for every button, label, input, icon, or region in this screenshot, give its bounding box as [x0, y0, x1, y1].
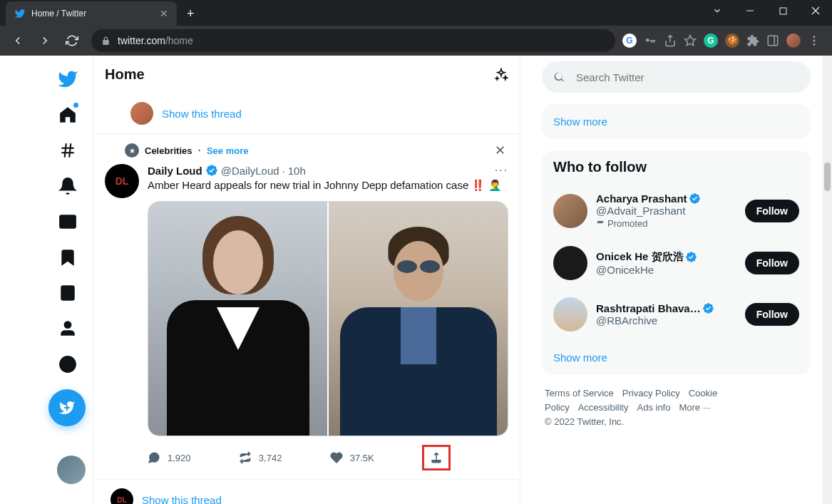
retweet-button[interactable]: 3,742: [239, 445, 282, 470]
svg-line-12: [65, 143, 66, 158]
svg-point-22: [71, 364, 72, 365]
retweet-icon: [239, 451, 252, 464]
follow-avatar: [553, 194, 587, 228]
timeline-header: Home: [93, 56, 520, 93]
back-button[interactable]: [6, 29, 30, 53]
close-window-button[interactable]: [799, 0, 832, 21]
svg-rect-1: [780, 8, 786, 14]
browser-chrome: Home / Twitter ✕ + twitter.com/home G G …: [0, 0, 832, 56]
follow-avatar: [553, 246, 587, 280]
search-input[interactable]: [576, 71, 799, 83]
follow-suggestion[interactable]: Rashtrapati Bhava… @RBArchive Follow: [542, 289, 811, 340]
maximize-button[interactable]: [766, 0, 799, 21]
key-icon[interactable]: [644, 34, 657, 47]
retweet-count: 3,742: [259, 453, 282, 463]
follow-button[interactable]: Follow: [745, 303, 799, 326]
panel-icon[interactable]: [766, 34, 779, 47]
show-thread-link[interactable]: Show this thread: [142, 494, 222, 505]
left-navigation: [0, 56, 93, 504]
follow-suggestion[interactable]: Onicek He 贺欣浩 @OnicekHe Follow: [542, 237, 811, 289]
verified-badge-icon: [205, 164, 218, 177]
url-text: twitter.com/home: [118, 35, 193, 46]
tweet-handle[interactable]: @DailyLoud: [221, 165, 279, 177]
twitter-logo[interactable]: [50, 61, 86, 97]
profile-avatar-icon[interactable]: [786, 34, 801, 48]
extension-icons: G G 🍪: [622, 34, 826, 48]
nav-more[interactable]: [50, 346, 86, 382]
svg-marker-4: [685, 36, 696, 46]
nav-home[interactable]: [50, 97, 86, 133]
footer-link[interactable]: More ···: [679, 402, 710, 413]
follow-name: Rashtrapati Bhava…: [596, 302, 701, 314]
window-dropdown[interactable]: [701, 0, 734, 21]
compose-tweet-button[interactable]: [48, 389, 86, 426]
tweet-author-avatar[interactable]: DL: [105, 164, 139, 198]
follow-handle: @Advait_Prashant: [596, 205, 736, 217]
follow-suggestion[interactable]: Acharya Prashant @Advait_Prashant Promot…: [542, 184, 811, 237]
scrollbar[interactable]: [823, 56, 832, 504]
media-image-left: [148, 202, 327, 436]
url-bar[interactable]: twitter.com/home: [91, 29, 615, 52]
follow-handle: @RBArchive: [596, 314, 736, 326]
follow-info: Rashtrapati Bhava… @RBArchive: [596, 302, 736, 326]
follow-button[interactable]: Follow: [745, 252, 799, 274]
nav-bookmarks[interactable]: [50, 240, 86, 275]
star-icon[interactable]: [684, 34, 697, 47]
grammarly-icon[interactable]: G: [704, 34, 718, 48]
tweet-author-name[interactable]: Daily Loud: [148, 165, 202, 177]
wtf-show-more-link[interactable]: Show more: [542, 340, 811, 375]
trends-show-more-link[interactable]: Show more: [542, 104, 811, 139]
nav-notifications[interactable]: [50, 168, 86, 204]
minimize-button[interactable]: [734, 0, 766, 21]
sidebar-profile-avatar[interactable]: [57, 456, 86, 484]
google-icon[interactable]: G: [622, 34, 637, 48]
menu-icon[interactable]: [808, 34, 821, 47]
twitter-app: Home Show this thread ★ Celebrities · Se…: [0, 56, 832, 504]
follow-info: Acharya Prashant @Advait_Prashant Promot…: [596, 192, 736, 229]
nav-messages[interactable]: [50, 204, 86, 240]
footer-link[interactable]: Ads info: [637, 402, 670, 413]
nav-explore[interactable]: [50, 133, 86, 168]
share-button[interactable]: [422, 445, 451, 470]
tweet[interactable]: DL Daily Loud @DailyLoud · 10h ··· Amber…: [93, 161, 520, 480]
tweet-media[interactable]: [148, 201, 508, 436]
footer-link[interactable]: Terms of Service: [545, 388, 614, 398]
next-thread-row[interactable]: DL Show this thread: [93, 480, 520, 504]
page-title: Home: [105, 66, 145, 83]
extension-cookie-icon[interactable]: 🍪: [725, 34, 739, 48]
footer-link[interactable]: Privacy Policy: [622, 388, 680, 398]
reply-button[interactable]: 1,920: [148, 445, 191, 470]
show-thread-link[interactable]: Show this thread: [162, 108, 242, 120]
promoted-label: Promoted: [596, 218, 736, 229]
verified-badge-icon: [702, 302, 714, 314]
forward-button[interactable]: [33, 29, 57, 53]
browser-tab[interactable]: Home / Twitter ✕: [6, 1, 177, 26]
previous-thread-row[interactable]: Show this thread: [93, 93, 520, 134]
topic-see-more-link[interactable]: See more: [207, 145, 249, 156]
reload-button[interactable]: [60, 29, 84, 53]
like-button[interactable]: 37.5K: [330, 445, 374, 470]
nav-profile[interactable]: [50, 311, 86, 346]
new-tab-button[interactable]: +: [187, 6, 195, 26]
share-icon[interactable]: [664, 34, 677, 47]
follow-name: Acharya Prashant: [596, 192, 687, 205]
tweet-more-icon[interactable]: ···: [495, 164, 508, 177]
svg-point-20: [63, 364, 65, 365]
extensions-icon[interactable]: [746, 34, 759, 47]
tweet-actions: 1,920 3,742 37.5K: [148, 445, 451, 470]
follow-button[interactable]: Follow: [745, 200, 799, 222]
search-box[interactable]: [542, 61, 811, 93]
topic-close-icon[interactable]: ✕: [495, 143, 505, 158]
thread-avatar: [130, 102, 153, 125]
footer-copyright: © 2022 Twitter, Inc.: [545, 415, 808, 429]
svg-point-7: [813, 36, 816, 38]
tweet-text: Amber Heard appeals for new trial in Joh…: [148, 178, 508, 192]
tweet-header: Daily Loud @DailyLoud · 10h ···: [148, 164, 508, 177]
main-timeline: Home Show this thread ★ Celebrities · Se…: [93, 56, 520, 504]
nav-lists[interactable]: [50, 275, 86, 311]
tab-close-icon[interactable]: ✕: [160, 8, 168, 19]
footer-link[interactable]: Accessibility: [578, 402, 629, 413]
scrollbar-thumb[interactable]: [824, 163, 831, 191]
tweet-timestamp[interactable]: 10h: [288, 165, 306, 177]
sparkle-icon[interactable]: [494, 68, 508, 82]
